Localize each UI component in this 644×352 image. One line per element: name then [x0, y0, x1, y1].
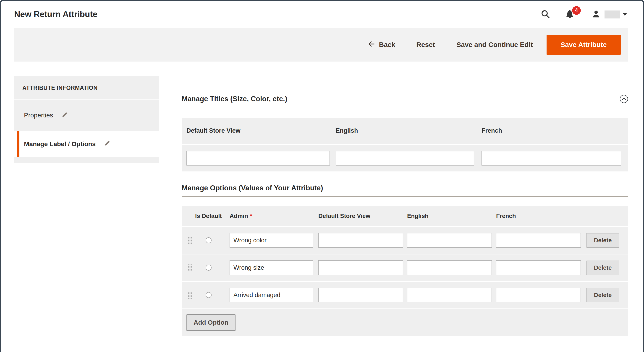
collapse-section-button[interactable]	[620, 95, 628, 103]
option-default-store-view-input[interactable]	[318, 233, 403, 248]
option-english-input[interactable]	[407, 288, 492, 302]
option-row: Delete	[182, 254, 628, 281]
back-label: Back	[379, 41, 396, 48]
option-english-input[interactable]	[407, 233, 492, 248]
account-name-placeholder	[604, 10, 620, 18]
admin-page: New Return Attribute 4	[0, 0, 644, 352]
sidebar-footer-strip	[14, 157, 159, 163]
sidebar-title: ATTRIBUTE INFORMATION	[14, 76, 159, 100]
delete-option-button[interactable]: Delete	[586, 288, 619, 302]
option-admin-input[interactable]	[230, 260, 313, 275]
option-french-input[interactable]	[496, 260, 581, 275]
edit-pencil-icon	[104, 140, 111, 148]
search-button[interactable]	[540, 9, 550, 19]
titles-column-english: English	[336, 118, 358, 144]
chevron-down-icon	[623, 13, 627, 16]
notification-count-badge: 4	[572, 6, 581, 15]
options-table-header: Is Default Admin * Default Store View En…	[182, 206, 628, 226]
option-english-input[interactable]	[407, 260, 492, 275]
edit-pencil-icon	[62, 111, 68, 120]
back-button[interactable]: Back	[368, 40, 396, 49]
options-column-default-store-view: Default Store View	[318, 206, 370, 226]
is-default-radio[interactable]	[206, 265, 212, 271]
option-admin-input[interactable]	[230, 233, 313, 248]
main-content: Manage Titles (Size, Color, etc.) Defaul…	[182, 76, 628, 336]
title-english-input[interactable]	[336, 151, 474, 166]
option-row: Delete	[182, 227, 628, 254]
drag-handle[interactable]	[188, 292, 192, 299]
delete-option-button[interactable]: Delete	[586, 233, 619, 248]
account-menu-toggle[interactable]	[623, 13, 627, 16]
options-column-english: English	[407, 206, 428, 226]
option-default-store-view-input[interactable]	[318, 260, 403, 275]
sidebar-item-label: Properties	[24, 112, 53, 119]
options-column-french: French	[496, 206, 516, 226]
title-french-input[interactable]	[482, 151, 621, 166]
option-admin-input[interactable]	[230, 288, 313, 302]
titles-column-default-store-view: Default Store View	[186, 118, 240, 144]
reset-button[interactable]: Reset	[416, 41, 435, 48]
options-column-is-default: Is Default	[195, 206, 222, 226]
notifications-button[interactable]: 4	[565, 9, 575, 20]
is-default-radio[interactable]	[206, 237, 212, 243]
save-and-continue-button[interactable]: Save and Continue Edit	[456, 41, 533, 48]
sidebar-item-properties[interactable]: Properties	[14, 100, 159, 131]
option-french-input[interactable]	[496, 288, 581, 302]
options-column-admin: Admin *	[230, 206, 252, 226]
delete-option-button[interactable]: Delete	[586, 261, 619, 275]
title-default-store-view-input[interactable]	[186, 151, 330, 166]
manage-titles-heading: Manage Titles (Size, Color, etc.)	[182, 95, 287, 103]
add-option-button[interactable]: Add Option	[186, 314, 236, 331]
page-title: New Return Attribute	[14, 9, 98, 19]
option-french-input[interactable]	[496, 233, 581, 248]
drag-handle[interactable]	[188, 237, 192, 245]
sidebar-item-label: Manage Label / Options	[24, 140, 96, 148]
attribute-information-sidebar: ATTRIBUTE INFORMATION Properties Manage …	[14, 76, 159, 163]
chevron-up-icon	[622, 97, 626, 101]
save-attribute-button[interactable]: Save Attribute	[546, 35, 621, 55]
add-option-row: Add Option	[182, 309, 628, 336]
search-icon	[540, 9, 550, 19]
topbar: New Return Attribute 4	[1, 1, 643, 27]
required-asterisk: *	[250, 213, 252, 220]
sidebar-item-manage-label-options[interactable]: Manage Label / Options	[17, 131, 159, 157]
is-default-radio[interactable]	[206, 292, 212, 298]
titles-column-french: French	[482, 118, 502, 144]
option-default-store-view-input[interactable]	[318, 288, 403, 302]
manage-options-heading: Manage Options (Values of Your Attribute…	[182, 184, 628, 197]
arrow-left-icon	[368, 40, 379, 49]
user-icon	[592, 9, 600, 19]
drag-handle[interactable]	[188, 265, 192, 272]
topbar-actions: 4	[540, 1, 627, 27]
titles-table-header: Default Store View English French	[182, 118, 628, 144]
titles-table-inputs-row	[182, 145, 628, 171]
page-actions-toolbar: Back Reset Save and Continue Edit Save A…	[14, 28, 628, 61]
account-button[interactable]	[592, 9, 600, 19]
option-row: Delete	[182, 282, 628, 309]
